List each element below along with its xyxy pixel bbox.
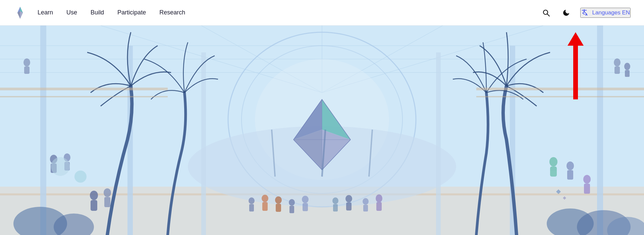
svg-rect-27 [597, 26, 603, 235]
svg-rect-56 [262, 202, 268, 211]
svg-point-77 [614, 58, 621, 66]
svg-point-75 [583, 175, 591, 184]
language-button[interactable]: Languages EN [580, 8, 631, 18]
svg-rect-50 [91, 200, 97, 211]
svg-point-61 [302, 196, 309, 203]
svg-rect-25 [436, 52, 441, 235]
search-icon [542, 9, 550, 17]
language-label: Languages EN [592, 9, 630, 16]
svg-rect-42 [476, 96, 644, 97]
nav-actions: Languages EN [540, 7, 631, 19]
svg-point-43 [23, 58, 30, 66]
svg-point-63 [332, 197, 338, 204]
annotation-arrow [568, 32, 584, 99]
svg-rect-54 [249, 204, 254, 211]
svg-point-59 [289, 199, 295, 206]
svg-rect-60 [289, 206, 294, 213]
nav-link-learn[interactable]: Learn [38, 9, 53, 16]
svg-point-53 [249, 197, 255, 204]
svg-rect-41 [476, 88, 644, 90]
svg-rect-70 [376, 202, 382, 211]
svg-point-79 [624, 63, 630, 70]
svg-rect-68 [363, 205, 368, 211]
svg-rect-80 [625, 70, 630, 77]
moon-icon [562, 9, 570, 17]
ethereum-logo [13, 6, 27, 19]
svg-line-10 [547, 14, 549, 16]
svg-point-73 [567, 161, 574, 170]
svg-rect-76 [584, 184, 590, 194]
nav-link-use[interactable]: Use [66, 9, 77, 16]
svg-rect-40 [0, 96, 168, 97]
svg-point-81 [51, 157, 70, 176]
arrow-shaft [573, 46, 578, 99]
svg-point-82 [74, 171, 87, 183]
nav-link-research[interactable]: Research [159, 9, 185, 16]
nav-link-build[interactable]: Build [91, 9, 104, 16]
svg-rect-62 [303, 203, 308, 211]
svg-rect-39 [0, 88, 168, 90]
nav-link-participate[interactable]: Participate [117, 9, 146, 16]
hero-section [0, 26, 644, 235]
search-button[interactable] [540, 7, 552, 19]
main-navigation: Learn Use Build Participate Research [0, 0, 644, 26]
svg-rect-58 [276, 204, 281, 212]
svg-point-65 [345, 195, 352, 202]
svg-rect-66 [346, 202, 352, 210]
svg-point-55 [262, 195, 268, 202]
svg-point-69 [376, 194, 382, 202]
svg-rect-52 [104, 197, 110, 207]
nav-links: Learn Use Build Participate Research [38, 9, 540, 16]
arrow-head [568, 32, 584, 46]
svg-rect-44 [24, 66, 30, 74]
svg-rect-64 [333, 204, 338, 211]
svg-rect-22 [40, 26, 46, 235]
theme-toggle-button[interactable] [560, 7, 572, 19]
hero-illustration [0, 26, 644, 235]
svg-rect-74 [567, 170, 573, 180]
svg-point-71 [549, 157, 557, 167]
svg-rect-72 [550, 167, 557, 177]
svg-rect-78 [614, 66, 620, 74]
svg-point-67 [363, 198, 369, 205]
svg-point-57 [275, 196, 282, 204]
svg-point-51 [104, 188, 111, 197]
svg-point-49 [90, 191, 98, 200]
translate-icon [581, 8, 590, 17]
